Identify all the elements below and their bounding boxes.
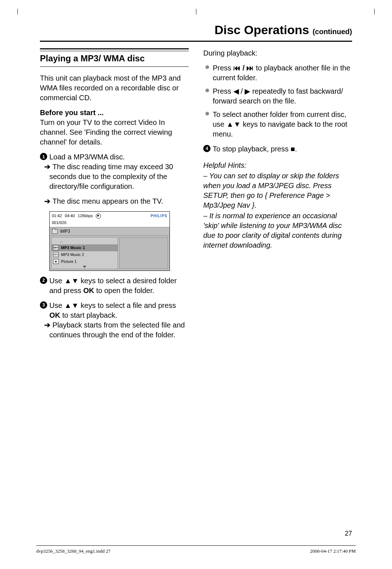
mp3-file-icon: MP3 [53, 252, 59, 257]
diag-file-list: .. MP3MP3 Music 1 MP3MP3 Music 2 ▣Pictur… [51, 237, 118, 269]
diag-brand: PHILIPS [151, 214, 167, 219]
diag-row-2: MP3 Music 2 [61, 252, 84, 257]
up-down-icon: ▲▼ [226, 120, 241, 128]
up-down-icon: ▲▼ [64, 277, 79, 285]
step-3-a: Use [49, 301, 64, 309]
prev-next-icon: ⏮ / ⏭ [233, 64, 254, 72]
step-1: 1 Load a MP3/WMA disc. [40, 152, 189, 162]
ok-label: OK [83, 286, 94, 294]
up-down-icon: ▲▼ [64, 301, 79, 309]
scroll-down-icon [83, 266, 86, 268]
step-2: 2 Use ▲▼ keys to select a desired folder… [40, 276, 189, 296]
bullet-icon [205, 89, 209, 92]
step-3-c: to start playback. [60, 311, 117, 319]
step-1-note-a: ➔ The disc reading time may exceed 30 se… [40, 162, 189, 191]
step-1-note-b: ➔ The disc menu appears on the TV. [40, 196, 189, 206]
diag-row-0: .. [60, 238, 62, 244]
diag-bitrate: 128kbps [78, 213, 93, 219]
b2a: Press [213, 87, 233, 95]
before-text: Turn on your TV to the correct Video In … [40, 118, 189, 147]
rew-ff-icon: ◀ / ▶ [233, 87, 250, 95]
footer: dvp3256_3258_3268_94_eng1.indd 27 2008-0… [36, 545, 356, 554]
diag-path-text: \MP3 [60, 228, 70, 234]
step-2-a: Use [49, 277, 64, 285]
page-title: Disc Operations (continued) [40, 22, 352, 38]
folder-icon [52, 229, 58, 234]
section-heading-text: Playing a MP3/ WMA disc [40, 51, 189, 64]
right-column: During playback: Press ⏮ / ⏭ to playback… [203, 48, 352, 345]
step-3-note-text: Playback starts from the selected file a… [49, 321, 185, 339]
diag-row-3: Picture 1 [61, 259, 77, 264]
hints-2: – It is normal to experience an occasion… [203, 211, 352, 250]
bullet-2: Press ◀ / ▶ repeatedly to fast backward/… [203, 86, 352, 106]
intro-text: This unit can playback most of the MP3 a… [40, 73, 189, 103]
s4a: To stop playback, press [213, 145, 291, 153]
footer-right: 2008-04-17 2:17:40 PM [310, 548, 356, 554]
hints-head: Helpful Hints: [203, 160, 352, 170]
arrow-icon: ➔ [44, 197, 53, 205]
diag-path: \MP3 [50, 227, 170, 236]
title-text: Disc Operations [215, 23, 309, 37]
title-rule [40, 41, 352, 42]
b1a: Press [213, 64, 233, 72]
stop-icon: ■ [291, 145, 295, 153]
title-continued: (continued) [313, 28, 352, 36]
step-2-c: to open the folder. [94, 286, 154, 294]
step-3-note: ➔ Playback starts from the selected file… [40, 320, 189, 340]
bullet-icon [205, 112, 209, 115]
bullet-1: Press ⏮ / ⏭ to playback another file in … [203, 63, 352, 83]
footer-left: dvp3256_3258_3268_94_eng1.indd 27 [36, 548, 110, 554]
crop-marks [17, 9, 375, 15]
page-content: Disc Operations (continued) Playing a MP… [40, 22, 352, 525]
left-column: Playing a MP3/ WMA disc This unit can pl… [40, 48, 189, 345]
s4b: . [295, 145, 297, 153]
bullet-3: To select another folder from current di… [203, 110, 352, 139]
step-1-note-b-text: The disc menu appears on the TV. [53, 197, 163, 205]
ok-label: OK [49, 311, 60, 319]
arrow-icon: ➔ [44, 321, 53, 329]
step-4: 4 To stop playback, press ■. [203, 144, 352, 154]
diag-row-1: MP3 Music 1 [61, 245, 85, 251]
diag-time1: 01:42 [52, 213, 62, 219]
step-4-icon: 4 [203, 145, 211, 152]
play-status-icon: ▶ [96, 214, 101, 219]
section-heading: Playing a MP3/ WMA disc [40, 48, 189, 67]
step-3: 3 Use ▲▼ keys to select a file and press… [40, 301, 189, 320]
step-1-text: Load a MP3/WMA disc. [49, 153, 125, 161]
helpful-hints: Helpful Hints: – You can set to display … [203, 160, 352, 250]
diag-track: 001/020 [50, 220, 170, 227]
before-head: Before you start ... [40, 108, 189, 118]
step-2-icon: 2 [40, 277, 47, 284]
mp3-file-icon: MP3 [53, 245, 59, 250]
arrow-icon: ➔ [44, 163, 53, 171]
bullet-icon [205, 65, 209, 69]
step-1-icon: 1 [40, 153, 47, 160]
tv-menu-diagram: 01:42 04:40 128kbps ▶ PHILIPS 001/020 \M… [49, 211, 170, 271]
page-number: 27 [345, 529, 352, 538]
during-head: During playback: [203, 48, 352, 58]
diag-time2: 04:40 [65, 213, 75, 219]
diag-preview-pane [119, 237, 168, 269]
step-3-icon: 3 [40, 301, 47, 309]
picture-file-icon: ▣ [53, 259, 59, 264]
step-3-b: keys to select a file and press [79, 301, 176, 309]
step-1-note-a-text: The disc reading time may exceed 30 seco… [49, 163, 173, 190]
hints-1: – You can set to display or skip the fol… [203, 171, 352, 210]
